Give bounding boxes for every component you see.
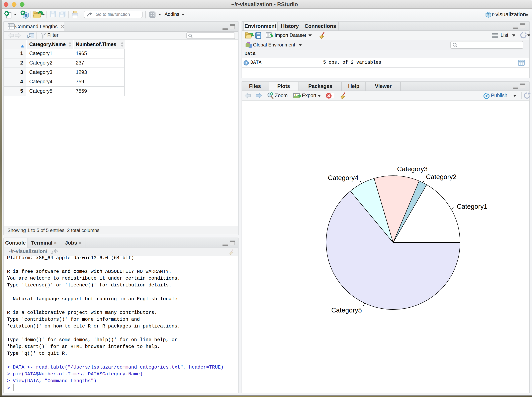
svg-text:R: R <box>487 13 490 17</box>
svg-text:Category3: Category3 <box>397 165 428 173</box>
svg-text:Category1: Category1 <box>457 203 487 210</box>
svg-text:Category2: Category2 <box>426 173 456 180</box>
svg-text:R: R <box>25 13 28 18</box>
svg-text:Category4: Category4 <box>328 174 358 181</box>
svg-text:Category5: Category5 <box>331 306 362 314</box>
